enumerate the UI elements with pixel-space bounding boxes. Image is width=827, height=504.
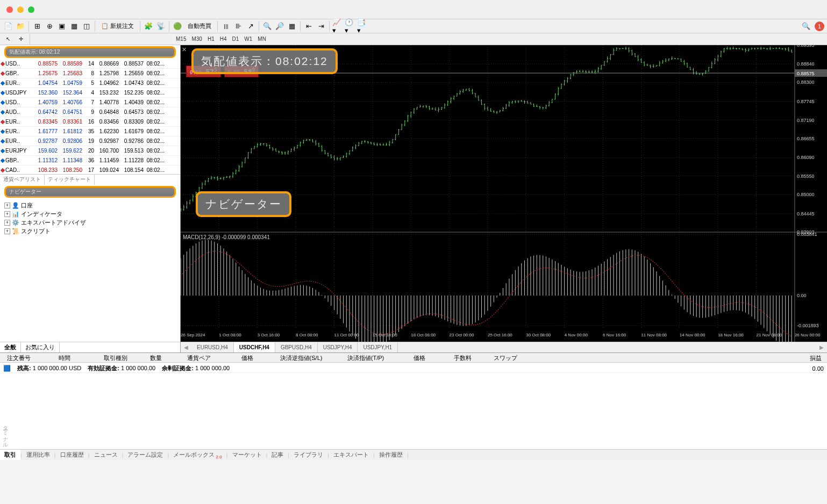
terminal-tab[interactable]: ライブラリ (289, 450, 327, 460)
market-watch-row[interactable]: EUR.. 1.617771.61812 351.622301.6167908:… (0, 127, 180, 136)
terminal-column-header[interactable]: 取引種別 (91, 353, 140, 362)
market-watch-row[interactable]: USD.. 0.885750.88589 140.886690.8853708:… (0, 59, 180, 69)
terminal-column-header[interactable]: 数量 (140, 353, 172, 362)
terminal-tab[interactable]: メールボックス 2.0 (169, 450, 226, 460)
terminal-column-header[interactable]: 通貨ペア (172, 353, 226, 362)
terminal-tab[interactable]: エキスパート (329, 450, 373, 460)
market-watch-row[interactable]: CAD.. 108.233108.250 17109.024108.15408:… (0, 165, 180, 174)
navigator-item[interactable]: +👤口座 (4, 201, 176, 210)
expand-icon[interactable]: + (4, 220, 10, 226)
autoscroll-icon[interactable]: ⇥ (315, 20, 327, 32)
market-watch-row[interactable]: AUD.. 0.647420.64751 90.648480.6457308:0… (0, 107, 180, 117)
market-watch-row[interactable]: EUR.. 0.833450.83361 160.834560.8330908:… (0, 117, 180, 127)
timeframe-H1[interactable]: H1 (205, 34, 217, 44)
terminal-tab[interactable]: 操作履歴 (375, 450, 407, 460)
market-watch-tab-symbols[interactable]: 通貨ペアリスト (0, 175, 45, 185)
maximize-window-button[interactable] (28, 6, 34, 13)
market-watch-row[interactable]: GBP.. 1.113121.11348 361.114591.1122808:… (0, 156, 180, 165)
expert-advisors-icon[interactable]: 🟢 (172, 20, 183, 32)
market-watch-row[interactable]: EUR.. 0.927870.92806 190.929870.9278608:… (0, 136, 180, 146)
terminal-column-header[interactable]: 損益 (784, 353, 827, 362)
navigator-item[interactable]: +⚙️エキスパートアドバイザ (4, 218, 176, 227)
expand-icon[interactable]: + (4, 211, 10, 217)
signal-icon[interactable]: 📡 (155, 20, 167, 32)
new-chart-icon[interactable]: 📄 (2, 20, 14, 32)
market-watch-row[interactable]: USD.. 1.407591.40766 71.407781.4043908:0… (0, 98, 180, 107)
navigator-tab-general[interactable]: 全般 (0, 342, 21, 352)
svg-text:15 Oct 16:00: 15 Oct 16:00 (373, 333, 397, 337)
terminal-column-header[interactable]: 決済指値(T/P) (333, 353, 398, 362)
search-icon[interactable]: 🔍 (800, 20, 812, 32)
line-chart-icon[interactable]: ↗ (245, 20, 256, 32)
market-watch-table[interactable]: USD.. 0.885750.88589 140.886690.8853708:… (0, 59, 180, 174)
autotrading-button[interactable]: 自動売買 (184, 20, 215, 32)
tile-icon[interactable]: ▦ (286, 20, 298, 32)
chart-tab[interactable]: GBPUSD,H4 (275, 342, 318, 352)
timeframe-D1[interactable]: D1 (230, 34, 241, 44)
zoom-out-icon[interactable]: 🔎 (274, 20, 286, 32)
terminal-tab[interactable]: 口座履歴 (56, 450, 88, 460)
new-order-button[interactable]: 📋 新規注文 (97, 20, 138, 32)
notification-badge-icon[interactable]: 1 (814, 21, 825, 32)
chart-close-icon[interactable]: ✕ (182, 46, 187, 53)
indicators-icon[interactable]: 📈▾ (332, 20, 344, 32)
templates-icon[interactable]: 📑▾ (357, 20, 368, 32)
expand-icon[interactable]: + (4, 228, 10, 234)
terminal-column-header[interactable]: 時間 (38, 353, 91, 362)
terminal-tab[interactable]: 記事 (267, 450, 288, 460)
market-watch-tab-tick[interactable]: ティックチャート (45, 175, 95, 185)
terminal-tab[interactable]: 取引 (0, 450, 20, 460)
zoom-in-icon[interactable]: 🔍 (261, 20, 273, 32)
svg-text:0.85000: 0.85000 (797, 192, 815, 197)
periods-icon[interactable]: 🕐▾ (344, 20, 356, 32)
minimize-window-button[interactable] (17, 6, 24, 13)
timeframe-M30[interactable]: M30 (189, 34, 204, 44)
chart-tab[interactable]: USDJPY,H4 (318, 342, 358, 352)
terminal-tab[interactable]: アラーム設定 (123, 450, 167, 460)
candle-chart-icon[interactable]: ⊪ (232, 20, 244, 32)
svg-text:14 Nov 00:00: 14 Nov 00:00 (680, 333, 705, 337)
chart-tabs-next-icon[interactable]: ▶ (816, 343, 827, 351)
terminal-body[interactable]: ターミナル 🟦 残高: 1 000 000.00 USD 有効証拠金: 1 00… (0, 363, 827, 449)
terminal-column-header[interactable]: 決済逆指値(S/L) (269, 353, 333, 362)
terminal-tab[interactable]: マーケット (228, 450, 266, 460)
crosshair-tool-icon[interactable]: ✛ (15, 33, 27, 45)
terminal-column-header[interactable]: 手数料 (441, 353, 484, 362)
navigator-tab-favorites[interactable]: お気に入り (21, 342, 60, 352)
navigator-item[interactable]: +📜スクリプト (4, 227, 176, 235)
timeframe-H4[interactable]: H4 (218, 34, 229, 44)
data-window-icon[interactable]: ◫ (81, 20, 92, 32)
terminal-tab[interactable]: ニュース (90, 450, 122, 460)
market-watch-row[interactable]: EUR.. 1.047541.04759 51.049621.0474308:0… (0, 78, 180, 88)
meta-icon[interactable]: 🧩 (142, 20, 154, 32)
chart-tabs-prev-icon[interactable]: ◀ (181, 343, 191, 351)
market-watch-toggle-icon[interactable]: ⊞ (31, 20, 43, 32)
terminal-column-header[interactable]: 注文番号 (0, 353, 38, 362)
market-watch-row[interactable]: USDJPY 152.360152.364 4153.232152.23508:… (0, 88, 180, 98)
terminal-column-header[interactable]: 価格 (398, 353, 441, 362)
terminal-column-header[interactable]: 価格 (226, 353, 269, 362)
timeframe-MN[interactable]: MN (255, 34, 268, 44)
chart-area[interactable]: ✕ 気配値表示：08:02:12 ナビゲーター 0.88 575 0.88 58… (181, 45, 827, 342)
expand-icon[interactable]: + (4, 203, 10, 208)
tester-toggle-icon[interactable]: ▦ (68, 20, 80, 32)
timeframe-M15[interactable]: M15 (174, 34, 188, 44)
market-watch-row[interactable]: GBP.. 1.256751.25683 81.257981.2565908:0… (0, 69, 180, 78)
cursor-tool-icon[interactable]: ↖ (2, 33, 14, 45)
terminal-toggle-icon[interactable]: ▣ (56, 20, 68, 32)
navigator-item[interactable]: +📊インディケータ (4, 210, 176, 218)
navigator-toggle-icon[interactable]: ⊕ (44, 20, 55, 32)
terminal-column-header[interactable]: スワップ (484, 353, 527, 362)
chart-tab[interactable]: EURUSD,H4 (191, 342, 234, 352)
profiles-icon[interactable]: 📁 (15, 20, 26, 32)
chart-tab[interactable]: USDCHF,H4 (234, 342, 275, 352)
chart-tab[interactable]: USDJPY,H1 (358, 342, 398, 352)
bar-chart-icon[interactable]: ⫼ (220, 20, 232, 32)
timeframe-W1[interactable]: W1 (242, 34, 254, 44)
terminal-tab[interactable]: 運用比率 (22, 450, 54, 460)
shift-chart-icon[interactable]: ⇤ (303, 20, 315, 32)
market-watch-row[interactable]: EURJPY 159.602159.622 20160.700159.51308… (0, 146, 180, 156)
navigator-tree[interactable]: +👤口座+📊インディケータ+⚙️エキスパートアドバイザ+📜スクリプト (0, 199, 180, 342)
main-toolbar: 📄 📁 ⊞ ⊕ ▣ ▦ ◫ 📋 新規注文 🧩 📡 🟢 自動売買 ⫼ ⊪ ↗ 🔍 … (0, 19, 827, 33)
close-window-button[interactable] (6, 6, 13, 13)
